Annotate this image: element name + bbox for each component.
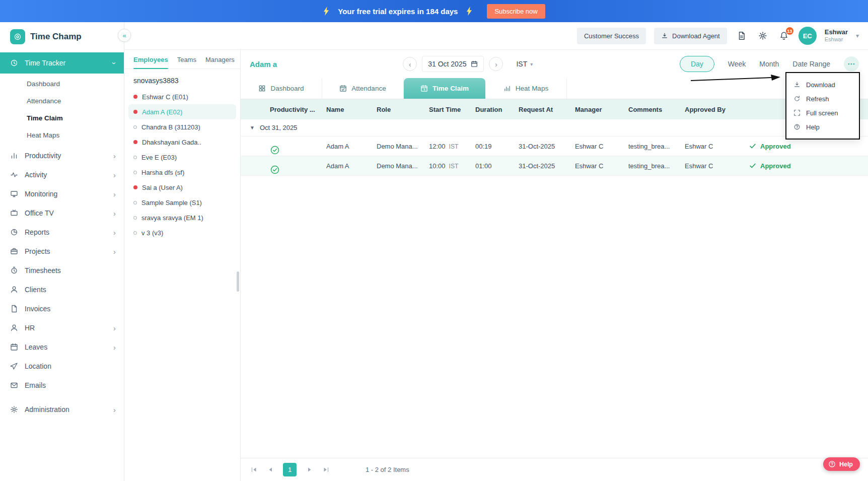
- productivity-check-icon: [270, 165, 326, 175]
- timezone-select[interactable]: IST ▾: [516, 60, 533, 68]
- tab-dashboard[interactable]: Dashboard: [241, 78, 322, 99]
- prev-page-icon[interactable]: [264, 464, 276, 476]
- view-week-button[interactable]: Week: [728, 60, 746, 68]
- sidebar-item-leaves[interactable]: Leaves ›: [0, 337, 124, 357]
- brand-logo: Time Champ: [0, 22, 124, 51]
- sidebar-item-label: Projects: [25, 247, 50, 255]
- table-header[interactable]: Approved By: [685, 106, 749, 113]
- navigation-icon: [10, 362, 18, 370]
- list-item-employee[interactable]: Chandra B (311203): [128, 119, 236, 134]
- status-badge: Approved: [749, 143, 868, 150]
- sidebar-item-time-claim[interactable]: Time Claim: [0, 109, 124, 126]
- table-header[interactable]: Manager: [575, 106, 628, 113]
- sidebar-item-heat-maps[interactable]: Heat Maps: [0, 126, 124, 144]
- download-agent-button[interactable]: Download Agent: [654, 28, 727, 44]
- next-day-button[interactable]: ›: [489, 57, 503, 71]
- sidebar-item-administration[interactable]: Administration ›: [0, 400, 124, 419]
- sidebar-item-reports[interactable]: Reports ›: [0, 223, 124, 242]
- menu-item-download[interactable]: Download: [786, 78, 859, 92]
- tab-label: Dashboard: [270, 85, 304, 92]
- view-date-range-button[interactable]: Date Range: [792, 60, 830, 68]
- prev-day-button[interactable]: ‹: [403, 57, 417, 71]
- list-item-employee[interactable]: Eshwar C (E01): [128, 89, 236, 104]
- first-page-icon[interactable]: [248, 464, 260, 476]
- chevron-down-icon[interactable]: ▾: [856, 32, 859, 39]
- tab-managers[interactable]: Managers: [205, 56, 235, 63]
- last-page-icon[interactable]: [320, 464, 332, 476]
- list-item-employee[interactable]: Sample Sample (S1): [128, 195, 236, 210]
- sidebar-item-location[interactable]: Location: [0, 357, 124, 376]
- heatmap-bars-icon: [503, 85, 511, 92]
- scrollbar-thumb[interactable]: [237, 271, 239, 292]
- refresh-icon: [793, 95, 801, 102]
- help-fab-label: Help: [839, 461, 853, 468]
- org-node-label[interactable]: snovasys3883: [124, 69, 240, 89]
- table-header[interactable]: Duration: [475, 106, 519, 113]
- list-item-employee[interactable]: Sai a (User A): [128, 180, 236, 195]
- sidebar-item-productivity[interactable]: Productivity ›: [0, 146, 124, 165]
- sidebar-item-office-tv[interactable]: Office TV ›: [0, 203, 124, 223]
- view-month-button[interactable]: Month: [759, 60, 779, 68]
- table-header[interactable]: Name: [326, 106, 377, 113]
- chevron-right-icon: ›: [113, 190, 116, 198]
- menu-item-help[interactable]: Help: [786, 120, 859, 134]
- sidebar-item-activity[interactable]: Activity ›: [0, 165, 124, 184]
- tab-employees[interactable]: Employees: [133, 56, 168, 63]
- menu-item-label: Download: [806, 81, 835, 89]
- subscribe-now-button[interactable]: Subscribe now: [487, 4, 545, 19]
- report-file-icon[interactable]: [735, 31, 748, 40]
- monitor-icon: [10, 190, 18, 198]
- help-fab-button[interactable]: Help: [823, 457, 860, 471]
- more-options-button[interactable]: ⋯: [844, 56, 859, 72]
- menu-item-refresh[interactable]: Refresh: [786, 92, 859, 106]
- tab-heat-maps[interactable]: Heat Maps: [485, 78, 567, 99]
- chevron-right-icon: ›: [113, 152, 116, 160]
- sidebar-item-dashboard[interactable]: Dashboard: [0, 75, 124, 92]
- document-icon: [10, 305, 18, 313]
- table-header[interactable]: Comments: [628, 106, 685, 113]
- list-item-employee-selected[interactable]: Adam A (E02): [128, 104, 236, 119]
- sidebar-item-time-tracker[interactable]: Time Tracker ›: [0, 52, 124, 74]
- settings-gear-icon[interactable]: [756, 31, 769, 40]
- list-item-employee[interactable]: v 3 (v3): [128, 225, 236, 240]
- user-avatar[interactable]: EC: [799, 27, 817, 45]
- table-header[interactable]: Start Time: [429, 106, 475, 113]
- date-navigation: ‹ 31 Oct 2025 › IST ▾: [403, 56, 533, 72]
- date-picker-field[interactable]: 31 Oct 2025: [422, 56, 484, 72]
- list-item-employee[interactable]: sravya sravya (EM 1): [128, 210, 236, 225]
- sidebar-item-emails[interactable]: Emails: [0, 376, 124, 395]
- sidebar-item-clients[interactable]: Clients: [0, 280, 124, 299]
- status-badge: Approved: [749, 162, 868, 170]
- sidebar-collapse-button[interactable]: «: [118, 29, 131, 42]
- view-day-button[interactable]: Day: [680, 56, 714, 72]
- notifications-bell-icon[interactable]: 13: [777, 31, 790, 40]
- sidebar-item-invoices[interactable]: Invoices: [0, 299, 124, 318]
- table-row[interactable]: Adam A Demo Mana... 10:00IST 01:00 31-Oc…: [241, 156, 868, 176]
- sidebar-item-attendance[interactable]: Attendance: [0, 92, 124, 109]
- sidebar-item-projects[interactable]: Projects ›: [0, 242, 124, 261]
- next-page-icon[interactable]: [303, 464, 315, 476]
- cell-role: Demo Mana...: [377, 162, 429, 170]
- status-dot-icon: [133, 125, 137, 129]
- table-header[interactable]: Productivity ...: [270, 106, 326, 113]
- tab-attendance[interactable]: Attendance: [322, 78, 404, 99]
- collapse-triangle-icon[interactable]: ▼: [250, 125, 255, 130]
- table-header[interactable]: Role: [377, 106, 429, 113]
- sidebar-item-hr[interactable]: HR ›: [0, 318, 124, 337]
- cell-approved-by: Eshwar C: [685, 143, 749, 150]
- tab-time-claim[interactable]: Time Claim: [404, 78, 485, 99]
- customer-success-button[interactable]: Customer Success: [577, 28, 646, 44]
- sidebar-item-timesheets[interactable]: Timesheets: [0, 261, 124, 280]
- list-item-employee[interactable]: Eve E (E03): [128, 150, 236, 165]
- cell-manager: Eshwar C: [575, 162, 628, 170]
- sidebar-item-monitoring[interactable]: Monitoring ›: [0, 184, 124, 203]
- current-page-button[interactable]: 1: [283, 463, 297, 476]
- table-header[interactable]: Request At: [519, 106, 575, 113]
- list-item-employee[interactable]: Dhakshayani Gada..: [128, 134, 236, 150]
- list-item-employee[interactable]: Harsha dfs (sf): [128, 165, 236, 180]
- tab-teams[interactable]: Teams: [177, 56, 196, 63]
- menu-item-full-screen[interactable]: Full screen: [786, 106, 859, 120]
- lightning-icon: [323, 7, 330, 16]
- status-text: Approved: [760, 143, 791, 150]
- table-row[interactable]: Adam A Demo Mana... 12:00IST 00:19 31-Oc…: [241, 136, 868, 156]
